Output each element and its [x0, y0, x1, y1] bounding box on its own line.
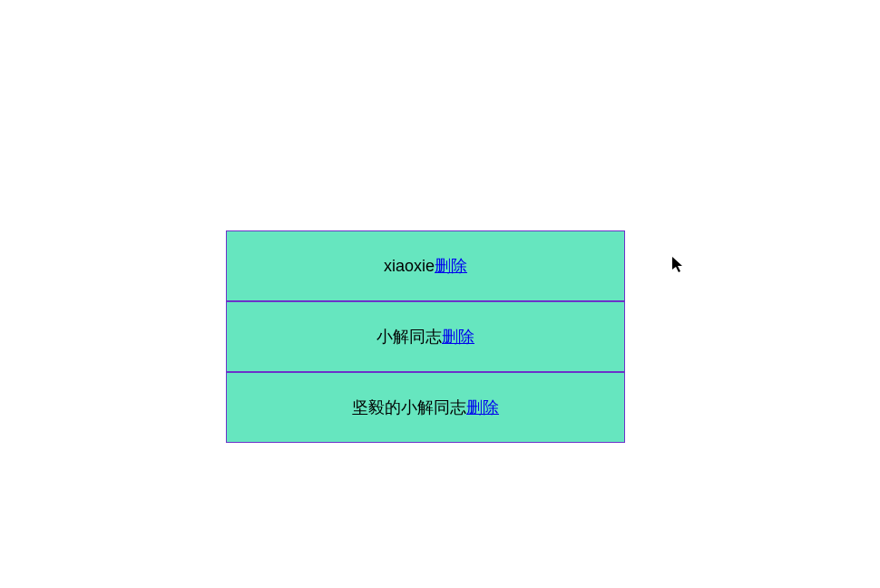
list-item: xiaoxie删除 [226, 230, 625, 301]
delete-link[interactable]: 删除 [435, 255, 467, 277]
cursor-icon [672, 257, 687, 275]
list-item: 小解同志删除 [226, 301, 625, 372]
delete-link[interactable]: 删除 [466, 397, 499, 418]
delete-link[interactable]: 删除 [442, 326, 474, 348]
list-item: 坚毅的小解同志删除 [226, 372, 625, 443]
item-text: 小解同志 [376, 326, 442, 348]
item-text: xiaoxie [384, 257, 435, 276]
list-container: xiaoxie删除 小解同志删除 坚毅的小解同志删除 [226, 230, 625, 443]
item-text: 坚毅的小解同志 [352, 397, 466, 418]
